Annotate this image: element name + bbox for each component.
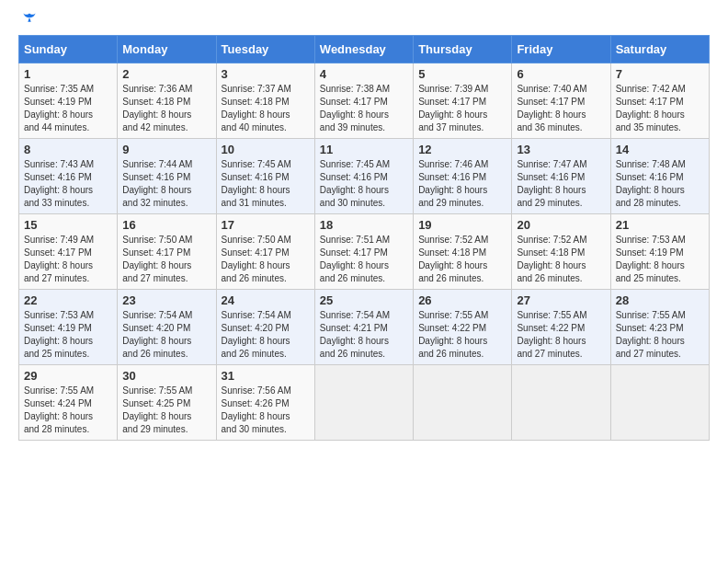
calendar-cell: 19 Sunrise: 7:52 AMSunset: 4:18 PMDaylig… xyxy=(414,214,512,290)
day-number: 30 xyxy=(122,369,210,383)
calendar-cell: 18 Sunrise: 7:51 AMSunset: 4:17 PMDaylig… xyxy=(314,214,413,290)
calendar-cell: 1 Sunrise: 7:35 AMSunset: 4:19 PMDayligh… xyxy=(19,63,118,139)
day-info: Sunrise: 7:43 AMSunset: 4:16 PMDaylight:… xyxy=(24,158,112,210)
calendar-cell: 9 Sunrise: 7:44 AMSunset: 4:16 PMDayligh… xyxy=(118,139,216,214)
day-info: Sunrise: 7:51 AMSunset: 4:17 PMDaylight:… xyxy=(320,234,408,285)
calendar-cell: 29 Sunrise: 7:55 AMSunset: 4:24 PMDaylig… xyxy=(19,365,118,441)
day-info: Sunrise: 7:44 AMSunset: 4:16 PMDaylight:… xyxy=(122,158,210,210)
day-info: Sunrise: 7:56 AMSunset: 4:26 PMDaylight:… xyxy=(222,385,310,436)
day-info: Sunrise: 7:50 AMSunset: 4:17 PMDaylight:… xyxy=(222,234,310,285)
day-info: Sunrise: 7:55 AMSunset: 4:23 PMDaylight:… xyxy=(616,309,704,361)
day-number: 13 xyxy=(517,143,605,156)
calendar-week-1: 1 Sunrise: 7:35 AMSunset: 4:19 PMDayligh… xyxy=(19,63,710,139)
day-info: Sunrise: 7:55 AMSunset: 4:24 PMDaylight:… xyxy=(24,385,112,436)
day-number: 31 xyxy=(222,369,310,383)
day-number: 19 xyxy=(418,218,506,232)
header-wednesday: Wednesday xyxy=(314,36,413,63)
day-info: Sunrise: 7:40 AMSunset: 4:17 PMDaylight:… xyxy=(517,83,605,134)
day-info: Sunrise: 7:50 AMSunset: 4:17 PMDaylight:… xyxy=(122,234,210,285)
calendar-cell: 6 Sunrise: 7:40 AMSunset: 4:17 PMDayligh… xyxy=(512,63,610,139)
calendar-header-row: SundayMondayTuesdayWednesdayThursdayFrid… xyxy=(19,36,710,63)
header-thursday: Thursday xyxy=(414,36,512,63)
calendar-cell: 15 Sunrise: 7:49 AMSunset: 4:17 PMDaylig… xyxy=(19,214,118,290)
calendar-week-5: 29 Sunrise: 7:55 AMSunset: 4:24 PMDaylig… xyxy=(19,365,710,441)
day-info: Sunrise: 7:55 AMSunset: 4:22 PMDaylight:… xyxy=(418,309,506,361)
day-number: 4 xyxy=(320,67,408,81)
day-info: Sunrise: 7:49 AMSunset: 4:17 PMDaylight:… xyxy=(24,234,112,285)
calendar-cell: 11 Sunrise: 7:45 AMSunset: 4:16 PMDaylig… xyxy=(314,139,413,214)
day-number: 29 xyxy=(24,369,112,383)
day-info: Sunrise: 7:47 AMSunset: 4:16 PMDaylight:… xyxy=(517,158,605,210)
calendar-cell xyxy=(512,365,610,441)
header-tuesday: Tuesday xyxy=(216,36,314,63)
day-number: 14 xyxy=(616,143,704,156)
header-monday: Monday xyxy=(118,36,216,63)
calendar-cell: 14 Sunrise: 7:48 AMSunset: 4:16 PMDaylig… xyxy=(610,139,709,214)
header-friday: Friday xyxy=(512,36,610,63)
calendar-week-4: 22 Sunrise: 7:53 AMSunset: 4:19 PMDaylig… xyxy=(19,290,710,365)
day-number: 28 xyxy=(616,293,704,307)
header-saturday: Saturday xyxy=(610,36,709,63)
day-number: 3 xyxy=(222,67,310,81)
calendar-cell: 7 Sunrise: 7:42 AMSunset: 4:17 PMDayligh… xyxy=(610,63,709,139)
day-number: 15 xyxy=(24,218,112,232)
day-info: Sunrise: 7:46 AMSunset: 4:16 PMDaylight:… xyxy=(418,158,506,210)
calendar-cell: 28 Sunrise: 7:55 AMSunset: 4:23 PMDaylig… xyxy=(610,290,709,365)
day-number: 8 xyxy=(24,143,112,156)
logo xyxy=(18,15,39,26)
day-number: 22 xyxy=(24,293,112,307)
calendar-cell: 21 Sunrise: 7:53 AMSunset: 4:19 PMDaylig… xyxy=(610,214,709,290)
day-number: 20 xyxy=(517,218,605,232)
day-number: 17 xyxy=(222,218,310,232)
day-info: Sunrise: 7:53 AMSunset: 4:19 PMDaylight:… xyxy=(616,234,704,285)
day-info: Sunrise: 7:42 AMSunset: 4:17 PMDaylight:… xyxy=(616,83,704,134)
calendar-cell: 2 Sunrise: 7:36 AMSunset: 4:18 PMDayligh… xyxy=(118,63,216,139)
calendar-cell: 30 Sunrise: 7:55 AMSunset: 4:25 PMDaylig… xyxy=(118,365,216,441)
calendar-cell: 25 Sunrise: 7:54 AMSunset: 4:21 PMDaylig… xyxy=(314,290,413,365)
calendar: SundayMondayTuesdayWednesdayThursdayFrid… xyxy=(18,35,710,441)
calendar-cell: 16 Sunrise: 7:50 AMSunset: 4:17 PMDaylig… xyxy=(118,214,216,290)
day-info: Sunrise: 7:45 AMSunset: 4:16 PMDaylight:… xyxy=(222,158,310,210)
day-info: Sunrise: 7:54 AMSunset: 4:20 PMDaylight:… xyxy=(122,309,210,361)
day-info: Sunrise: 7:52 AMSunset: 4:18 PMDaylight:… xyxy=(418,234,506,285)
day-number: 16 xyxy=(122,218,210,232)
calendar-cell: 4 Sunrise: 7:38 AMSunset: 4:17 PMDayligh… xyxy=(314,63,413,139)
day-number: 7 xyxy=(616,67,704,81)
day-info: Sunrise: 7:38 AMSunset: 4:17 PMDaylight:… xyxy=(320,83,408,134)
calendar-week-3: 15 Sunrise: 7:49 AMSunset: 4:17 PMDaylig… xyxy=(19,214,710,290)
calendar-cell xyxy=(610,365,709,441)
day-number: 21 xyxy=(616,218,704,232)
day-number: 12 xyxy=(418,143,506,156)
day-number: 18 xyxy=(320,218,408,232)
day-info: Sunrise: 7:54 AMSunset: 4:20 PMDaylight:… xyxy=(222,309,310,361)
calendar-cell: 12 Sunrise: 7:46 AMSunset: 4:16 PMDaylig… xyxy=(414,139,512,214)
day-number: 10 xyxy=(222,143,310,156)
logo-bird-icon xyxy=(20,11,39,29)
day-info: Sunrise: 7:35 AMSunset: 4:19 PMDaylight:… xyxy=(24,83,112,134)
day-number: 26 xyxy=(418,293,506,307)
day-number: 24 xyxy=(222,293,310,307)
calendar-cell: 20 Sunrise: 7:52 AMSunset: 4:18 PMDaylig… xyxy=(512,214,610,290)
day-info: Sunrise: 7:53 AMSunset: 4:19 PMDaylight:… xyxy=(24,309,112,361)
calendar-week-2: 8 Sunrise: 7:43 AMSunset: 4:16 PMDayligh… xyxy=(19,139,710,214)
day-info: Sunrise: 7:39 AMSunset: 4:17 PMDaylight:… xyxy=(418,83,506,134)
day-number: 11 xyxy=(320,143,408,156)
day-info: Sunrise: 7:54 AMSunset: 4:21 PMDaylight:… xyxy=(320,309,408,361)
calendar-cell: 26 Sunrise: 7:55 AMSunset: 4:22 PMDaylig… xyxy=(414,290,512,365)
calendar-cell: 31 Sunrise: 7:56 AMSunset: 4:26 PMDaylig… xyxy=(216,365,314,441)
day-number: 1 xyxy=(24,67,112,81)
day-number: 27 xyxy=(517,293,605,307)
day-number: 25 xyxy=(320,293,408,307)
header-sunday: Sunday xyxy=(19,36,118,63)
calendar-cell: 10 Sunrise: 7:45 AMSunset: 4:16 PMDaylig… xyxy=(216,139,314,214)
calendar-cell: 13 Sunrise: 7:47 AMSunset: 4:16 PMDaylig… xyxy=(512,139,610,214)
day-info: Sunrise: 7:48 AMSunset: 4:16 PMDaylight:… xyxy=(616,158,704,210)
day-info: Sunrise: 7:37 AMSunset: 4:18 PMDaylight:… xyxy=(222,83,310,134)
calendar-cell: 22 Sunrise: 7:53 AMSunset: 4:19 PMDaylig… xyxy=(19,290,118,365)
day-info: Sunrise: 7:36 AMSunset: 4:18 PMDaylight:… xyxy=(122,83,210,134)
day-number: 9 xyxy=(122,143,210,156)
day-info: Sunrise: 7:55 AMSunset: 4:25 PMDaylight:… xyxy=(122,385,210,436)
day-info: Sunrise: 7:45 AMSunset: 4:16 PMDaylight:… xyxy=(320,158,408,210)
day-info: Sunrise: 7:52 AMSunset: 4:18 PMDaylight:… xyxy=(517,234,605,285)
day-number: 6 xyxy=(517,67,605,81)
